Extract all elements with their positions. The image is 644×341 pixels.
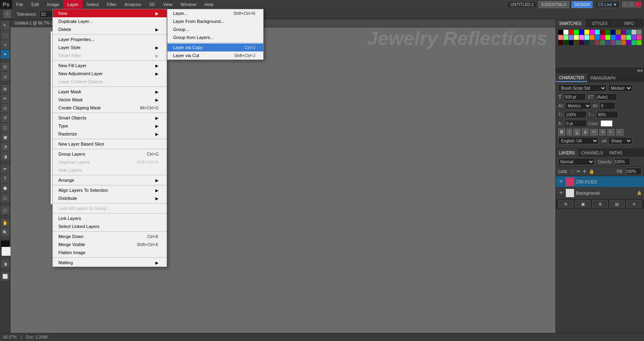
design-button[interactable]: DESIGN	[572, 1, 592, 8]
lock-transparent-icon[interactable]: ⬚	[570, 169, 574, 174]
color-swatch[interactable]	[637, 35, 642, 40]
menu-3d[interactable]: 3D	[145, 0, 159, 9]
menu-view[interactable]: View	[159, 0, 177, 9]
color-swatch[interactable]	[558, 35, 563, 40]
menu-item-arrange[interactable]: Arrange ▶	[53, 176, 167, 184]
dodge-tool[interactable]: ◑	[1, 152, 10, 161]
color-swatch[interactable]	[605, 40, 610, 45]
layer-fx-button[interactable]: fx	[558, 200, 574, 207]
lock-all-icon[interactable]: 🔒	[589, 169, 594, 174]
submenu-item-group-from-layers[interactable]: Group from Layers...	[167, 33, 263, 41]
magic-wand-tool[interactable]: ✦	[1, 50, 10, 59]
close-button[interactable]: ×	[635, 2, 641, 7]
kerning-select[interactable]: Metrics	[565, 102, 591, 109]
strikethrough-button[interactable]: S̶	[582, 129, 588, 136]
tab-character[interactable]: CHARACTER	[556, 74, 587, 82]
background-color[interactable]	[2, 247, 10, 256]
menu-item-rasterize[interactable]: Rasterize ▶	[53, 130, 167, 138]
lasso-tool[interactable]: ⌖	[1, 40, 10, 49]
new-layer-button[interactable]: ▤	[609, 200, 625, 207]
color-swatch[interactable]	[626, 40, 631, 45]
menu-window[interactable]: Window	[177, 0, 200, 9]
submenu-item-layer-from-bg[interactable]: Layer From Background...	[167, 17, 263, 25]
menu-analysis[interactable]: Analysis	[121, 0, 145, 9]
layer-visibility-icon[interactable]: 👁	[558, 190, 564, 196]
zoom-tool[interactable]: 🔍	[1, 228, 10, 237]
color-swatch[interactable]	[558, 40, 563, 45]
panel-collapse-btn[interactable]: ◀◀	[637, 68, 642, 72]
menu-item-type[interactable]: Type ▶	[53, 122, 167, 130]
menu-item-group-layers[interactable]: Group Layers Ctrl+G	[53, 150, 167, 158]
blur-tool[interactable]: ◔	[1, 142, 10, 151]
fill-input[interactable]	[625, 168, 642, 175]
menu-item-new[interactable]: New ▶	[53, 9, 167, 17]
color-swatch[interactable]	[564, 40, 568, 45]
color-swatch[interactable]	[637, 30, 642, 35]
history-tool[interactable]: ↺	[1, 113, 10, 122]
slice-tool[interactable]: ⊿	[1, 72, 10, 81]
color-swatch[interactable]	[632, 40, 636, 45]
submenu-item-layer-via-copy[interactable]: Layer via Copy Ctrl+J	[167, 43, 263, 51]
menu-item-merge-visible[interactable]: Merge Visible Shift+Ctrl+E	[53, 240, 167, 249]
gradient-tool[interactable]: ▣	[1, 133, 10, 142]
horizontal-scale-input[interactable]	[596, 111, 618, 118]
color-swatch[interactable]	[595, 40, 600, 45]
tracking-input[interactable]	[599, 102, 615, 109]
antialiasing-select[interactable]: Sharp	[608, 137, 632, 144]
color-swatch[interactable]	[564, 35, 568, 40]
menu-item-link-layers[interactable]: Link Layers	[53, 214, 167, 222]
screen-mode[interactable]: ⬜	[1, 272, 10, 281]
color-swatch[interactable]	[621, 35, 626, 40]
submenu-item-layer[interactable]: Layer... Shift+Ctrl+N	[167, 9, 263, 17]
color-swatch[interactable]	[600, 30, 605, 35]
color-swatch[interactable]	[616, 35, 621, 40]
color-swatch[interactable]	[569, 40, 574, 45]
tab-info[interactable]: INFO	[615, 19, 644, 27]
menu-item-align-layers[interactable]: Align Layers To Selection ▶	[53, 186, 167, 194]
3d-tool[interactable]: ⬡	[1, 206, 10, 215]
color-swatch[interactable]	[584, 35, 589, 40]
color-swatch[interactable]	[564, 30, 568, 35]
superscript-button[interactable]: T↑	[607, 129, 615, 136]
color-swatch[interactable]	[569, 30, 574, 35]
pen-tool[interactable]: ✒	[1, 164, 10, 173]
color-swatch[interactable]	[626, 30, 631, 35]
color-swatch[interactable]	[611, 30, 615, 35]
quick-mask[interactable]: ◑	[1, 259, 10, 268]
color-swatch[interactable]	[611, 40, 615, 45]
menu-item-select-linked[interactable]: Select Linked Layers	[53, 222, 167, 230]
move-tool[interactable]: ↖	[1, 21, 10, 30]
layer-item[interactable]: 👁 230-01322	[556, 176, 644, 187]
italic-button[interactable]: I	[567, 129, 572, 136]
color-swatch[interactable]	[590, 40, 594, 45]
menu-item-layer-properties[interactable]: Layer Properties...	[53, 35, 167, 43]
baseline-input[interactable]	[565, 120, 587, 127]
color-swatch[interactable]	[590, 35, 594, 40]
marquee-tool[interactable]: ⬚	[1, 31, 10, 39]
color-swatch[interactable]	[621, 30, 626, 35]
menu-layer[interactable]: Layer	[63, 0, 83, 9]
color-swatch[interactable]	[558, 30, 563, 35]
brush-tool[interactable]: ✏	[1, 94, 10, 103]
hand-tool[interactable]: ✋	[1, 218, 10, 227]
menu-item-delete[interactable]: Delete ▶	[53, 25, 167, 33]
subscript-button[interactable]: T↓	[616, 129, 623, 136]
tab-styles[interactable]: STYLES	[585, 19, 615, 27]
smallcaps-button[interactable]: Tt	[599, 129, 606, 136]
color-swatch[interactable]	[616, 40, 621, 45]
color-swatch[interactable]	[574, 35, 579, 40]
color-swatch[interactable]	[637, 40, 642, 45]
menu-filter[interactable]: Filter	[103, 0, 120, 9]
delete-layer-button[interactable]: ✕	[626, 200, 642, 207]
menu-edit[interactable]: Edit	[27, 0, 43, 9]
menu-item-vector-mask[interactable]: Vector Mask ▶	[53, 96, 167, 104]
color-swatch[interactable]	[605, 35, 610, 40]
path-tool[interactable]: ⬟	[1, 184, 10, 193]
menu-item-layer-style[interactable]: Layer Style ▶	[53, 43, 167, 51]
tab-layers[interactable]: LAYERS	[556, 149, 578, 157]
menu-item-duplicate[interactable]: Duplicate Layer...	[53, 17, 167, 25]
color-swatch[interactable]	[632, 35, 636, 40]
tab-paths[interactable]: PATHS	[606, 149, 625, 157]
clone-tool[interactable]: ⊙	[1, 104, 10, 113]
color-swatch[interactable]	[605, 30, 610, 35]
